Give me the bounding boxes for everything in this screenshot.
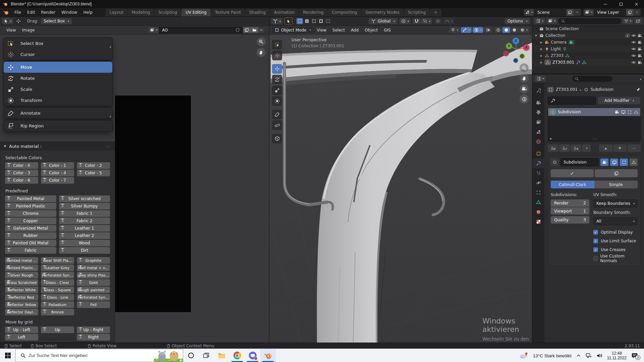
menu-render[interactable]: Render [38,9,58,16]
material-button[interactable]: Fabric 2 [59,218,110,224]
material-button[interactable]: Fell [77,301,110,308]
disable-render-icon[interactable] [638,60,642,65]
disable-render-icon[interactable] [638,54,642,58]
pin-icon[interactable] [636,87,641,92]
material-button[interactable]: Brass Scratched [5,279,38,286]
color-2-button[interactable]: Color - 2 [77,162,110,169]
pan-hand-icon[interactable] [520,74,529,83]
tab-render-icon[interactable] [532,98,544,108]
properties-editor-type-icon[interactable] [535,76,546,81]
shading-material-icon[interactable] [511,27,518,33]
move-tool-icon[interactable] [16,18,21,24]
material-button[interactable]: Silver Bumpy [59,203,110,209]
scene-name[interactable]: Scene [534,9,566,16]
hide-eye-icon[interactable] [631,40,636,45]
material-button[interactable]: Painted metal ... [5,257,38,264]
material-button[interactable]: Leather Grey [41,264,74,271]
move-right-button[interactable]: Right [77,334,110,341]
cage-toggle-icon[interactable] [630,159,638,166]
network-icon[interactable] [586,353,592,358]
properties-search-input[interactable] [572,76,612,82]
color-4-button[interactable]: Color - 4 [41,170,74,176]
tab-rendering[interactable]: Rendering [299,9,327,16]
material-button[interactable]: gray shiny Plas... [77,272,110,279]
minimize-button[interactable] [598,0,613,8]
outliner-search-input[interactable] [558,18,621,24]
list-extras-dropdown[interactable] [582,144,591,152]
toolbar-select-box-icon[interactable] [272,40,282,50]
menu-edit[interactable]: Edit [24,9,38,16]
cage-toggle-icon[interactable] [634,110,638,114]
tab-particles-icon[interactable] [532,168,544,178]
new-collection-icon[interactable] [634,18,642,24]
uv-menu-view[interactable]: View [3,27,19,34]
render-slider[interactable]: Render2 [551,199,589,207]
render-toggle-icon[interactable] [600,159,608,166]
tab-scripting[interactable]: Scripting [404,9,430,16]
tab-add-workspace[interactable]: + [430,9,441,16]
weather-text[interactable]: 13°C Stark bewölkt [533,353,572,358]
tab-shading[interactable]: Shading [245,9,270,16]
xray-toggle-icon[interactable] [484,27,492,33]
duplicate-modifier-button[interactable] [595,169,638,177]
toolbar-move-icon[interactable] [272,64,282,74]
select-mode-intersect-icon[interactable] [325,18,331,24]
popup-item-cursor[interactable]: Cursor [4,49,112,60]
move-modifier-up-button[interactable]: ▲ [599,144,612,152]
uv-smooth-dropdown[interactable]: Keep Boundaries [593,199,638,207]
select-mode-subtract-icon[interactable] [311,18,317,24]
modifier-search-field[interactable] [548,97,596,105]
gizmo-x-neg-axis[interactable] [503,51,509,56]
popup-item-annotate[interactable]: Annotate [4,108,112,119]
viewport-toggle-icon[interactable] [610,159,618,166]
image-name-field[interactable]: AO [159,27,243,34]
color-7-button[interactable]: Color - 7 [41,177,74,184]
menu-file[interactable]: File [11,9,24,16]
material-button[interactable]: Half metal + n... [77,264,110,271]
outliner-row-zt303-001[interactable]: ▶ ZT303.001 [532,59,644,66]
tab-layout[interactable]: Layout [106,9,127,16]
material-button[interactable]: Reflector Yellow [5,301,38,308]
material-button[interactable]: Chrome [5,210,56,217]
taskbar-clock[interactable]: 12:48 11.11.2022 [607,351,627,360]
outliner-row-scene-collection[interactable]: Scene Collection [532,25,644,32]
snap-magnet-icon[interactable] [413,18,421,24]
material-button[interactable]: Leather 2 [59,232,110,239]
tab-uv-editing[interactable]: UV Editing [181,9,211,16]
tab-geometry-nodes[interactable]: Geometry Nodes [362,9,404,16]
use-creases-checkbox[interactable]: Use Creases [593,245,638,254]
shading-rendered-icon[interactable] [519,27,529,33]
volume-icon[interactable] [596,353,602,358]
shading-wireframe-icon[interactable] [494,27,502,33]
select-mode-extend-icon[interactable] [304,18,310,24]
pivot-point-dropdown[interactable] [399,18,411,24]
color-6-button[interactable]: Color - 6 [5,177,38,184]
action-center-button[interactable]: 3 [631,353,638,359]
uv-active-tool-icon[interactable] [2,18,13,24]
material-button[interactable]: Painted Old Metal [5,240,56,246]
toolbar-measure-icon[interactable] [272,120,282,130]
popup-item-rotate[interactable]: Rotate [4,73,112,84]
material-button[interactable]: Graphite [77,257,110,264]
optimal-display-checkbox[interactable]: Optimal Display [593,228,638,237]
material-button[interactable]: Reflector Red [5,294,38,301]
outliner-row-collection[interactable]: ▼ Collection [532,32,644,39]
material-button[interactable]: Leather 1 [59,225,110,232]
material-button[interactable]: Wood [59,240,110,246]
proportional-edit-icon[interactable] [434,18,442,24]
material-button[interactable]: Fabric 1 [59,210,110,217]
list-grip-icon[interactable]: :::: [593,137,598,140]
material-button[interactable]: Reflector Dayl... [5,309,38,315]
material-button[interactable]: Glass - Square [41,287,74,293]
select-mode-new-icon[interactable] [297,18,303,24]
gizmo-y-axis[interactable]: Y [506,43,512,49]
file-explorer-button[interactable] [214,349,229,362]
move-up-right-button[interactable]: Up - Right [77,326,110,333]
tab-view-layer-icon[interactable] [532,117,544,127]
material-button[interactable]: Fabric [5,247,56,254]
hide-eye-icon[interactable] [631,47,636,51]
color-3-button[interactable]: Color - 3 [5,170,38,176]
material-button[interactable]: Painted Plastic [5,203,56,209]
material-button[interactable]: Bronze [41,309,74,315]
weather-icon[interactable] [519,352,528,359]
